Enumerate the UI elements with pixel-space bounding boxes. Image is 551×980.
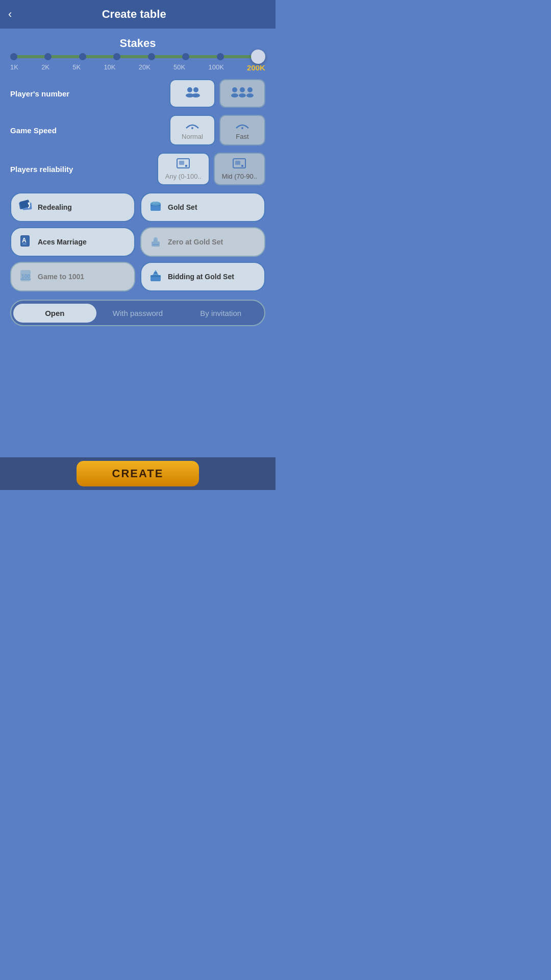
svg-rect-38 <box>151 275 161 277</box>
create-button[interactable]: CREATE <box>77 461 199 486</box>
page-title: Create table <box>18 8 250 21</box>
toggles-grid: Redealing Gold Set A <box>10 192 265 291</box>
access-invitation-option[interactable]: By invitation <box>179 304 262 323</box>
players-reliability-options: Any (0-100.. Mid (70-90.. <box>112 153 265 185</box>
svg-rect-14 <box>185 165 187 167</box>
slider-dots <box>10 53 265 64</box>
svg-point-4 <box>232 87 237 92</box>
main-content: Stakes 1K 2K 5K 10K 20K 50K 100K <box>0 29 276 457</box>
stake-dot-200k <box>251 50 265 64</box>
game-speed-row: Game Speed Normal Fast <box>10 115 265 145</box>
svg-point-6 <box>240 87 245 92</box>
fast-speed-icon <box>235 120 249 132</box>
svg-rect-28 <box>22 243 27 244</box>
svg-text:100: 100 <box>21 274 30 279</box>
stake-dot-20k <box>148 53 155 60</box>
stake-label-10k[interactable]: 10K <box>104 63 115 72</box>
zero-gold-set-icon <box>148 233 163 251</box>
svg-point-11 <box>241 127 243 129</box>
players-3-button[interactable] <box>219 79 265 108</box>
stake-dot-100k <box>217 53 224 60</box>
stake-label-1k[interactable]: 1K <box>10 63 18 72</box>
svg-point-7 <box>239 93 246 97</box>
normal-speed-button[interactable]: Normal <box>169 115 215 145</box>
bidding-gold-set-toggle[interactable]: Bidding at Gold Set <box>140 262 265 291</box>
stake-dot-2k <box>44 53 52 60</box>
game-to-1001-icon: 100 <box>18 268 33 285</box>
stakes-section: Stakes 1K 2K 5K 10K 20K 50K 100K <box>10 37 265 72</box>
zero-gold-set-toggle[interactable]: Zero at Gold Set <box>140 227 265 257</box>
players-number-options <box>112 79 265 108</box>
svg-rect-13 <box>179 161 184 165</box>
normal-speed-icon <box>185 120 199 132</box>
header: ‹ Create table <box>0 0 276 29</box>
mid-reliability-button[interactable]: Mid (70-90.. <box>214 153 265 185</box>
stakes-title: Stakes <box>10 37 265 50</box>
gold-set-icon <box>148 199 163 216</box>
svg-rect-17 <box>241 165 243 167</box>
game-to-1001-toggle[interactable]: 100 Game to 1001 <box>10 262 135 291</box>
aces-marriage-label: Aces Marriage <box>38 238 87 247</box>
svg-point-8 <box>247 87 253 92</box>
stake-dot-5k <box>79 53 86 60</box>
players-reliability-row: Players reliability Any (0-100.. <box>10 153 265 185</box>
stake-label-100k[interactable]: 100K <box>208 63 223 72</box>
mid-reliability-label: Mid (70-90.. <box>222 173 257 180</box>
svg-rect-39 <box>154 272 157 274</box>
players-number-row: Player's number <box>10 79 265 108</box>
fast-speed-label: Fast <box>236 133 248 140</box>
svg-point-2 <box>193 87 198 92</box>
stake-dot-50k <box>182 53 189 60</box>
mid-reliability-icon <box>232 158 246 172</box>
access-open-option[interactable]: Open <box>13 304 96 323</box>
stake-label-5k[interactable]: 5K <box>72 63 81 72</box>
svg-text:A: A <box>22 237 27 244</box>
any-reliability-icon <box>176 158 190 172</box>
svg-point-32 <box>155 237 157 239</box>
aces-marriage-toggle[interactable]: A Aces Marriage <box>10 227 135 257</box>
svg-rect-16 <box>235 161 240 165</box>
stake-label-50k[interactable]: 50K <box>173 63 185 72</box>
any-reliability-button[interactable]: Any (0-100.. <box>157 153 210 185</box>
redealing-icon <box>18 199 33 216</box>
gold-set-toggle[interactable]: Gold Set <box>140 192 265 222</box>
stake-label-200k[interactable]: 200K <box>247 63 265 72</box>
aces-marriage-icon: A <box>18 233 33 251</box>
footer: CREATE <box>0 457 276 490</box>
normal-speed-label: Normal <box>182 133 203 140</box>
svg-point-0 <box>187 87 192 92</box>
stake-label-20k[interactable]: 20K <box>139 63 151 72</box>
game-speed-options: Normal Fast <box>112 115 265 145</box>
bidding-gold-set-icon <box>148 268 163 285</box>
any-reliability-label: Any (0-100.. <box>165 173 202 180</box>
redealing-toggle[interactable]: Redealing <box>10 192 135 222</box>
svg-point-10 <box>191 127 193 129</box>
redealing-label: Redealing <box>38 203 72 212</box>
stake-label-2k[interactable]: 2K <box>41 63 49 72</box>
back-button[interactable]: ‹ <box>8 8 12 21</box>
fast-speed-button[interactable]: Fast <box>219 115 265 145</box>
players-number-label: Player's number <box>10 89 112 98</box>
three-players-icon <box>231 86 254 100</box>
stake-dot-10k <box>113 53 120 60</box>
players-reliability-label: Players reliability <box>10 165 112 174</box>
svg-point-9 <box>246 93 254 97</box>
gold-set-label: Gold Set <box>168 203 197 212</box>
game-to-1001-label: Game to 1001 <box>38 273 84 281</box>
svg-point-3 <box>192 93 200 97</box>
zero-gold-set-label: Zero at Gold Set <box>168 238 223 247</box>
access-password-option[interactable]: With password <box>96 304 180 323</box>
svg-point-5 <box>231 93 238 97</box>
stakes-slider[interactable] <box>10 55 265 58</box>
players-2-button[interactable] <box>169 79 215 108</box>
stake-labels: 1K 2K 5K 10K 20K 50K 100K 200K <box>10 63 265 72</box>
game-speed-label: Game Speed <box>10 126 112 135</box>
bidding-gold-set-label: Bidding at Gold Set <box>168 273 234 281</box>
svg-rect-24 <box>153 202 159 204</box>
two-players-icon <box>184 86 201 100</box>
stake-dot-1k <box>10 53 17 60</box>
access-row: Open With password By invitation <box>10 300 265 326</box>
